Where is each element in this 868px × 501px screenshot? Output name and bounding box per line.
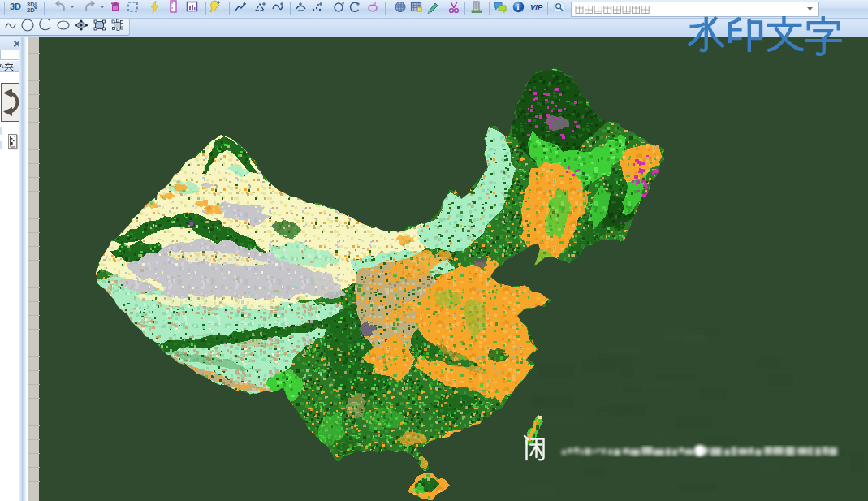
svg-text:2D: 2D [27, 6, 35, 13]
svg-text:3D: 3D [10, 2, 21, 11]
svg-text:i: i [517, 2, 520, 11]
svg-text:VIP: VIP [530, 2, 543, 11]
